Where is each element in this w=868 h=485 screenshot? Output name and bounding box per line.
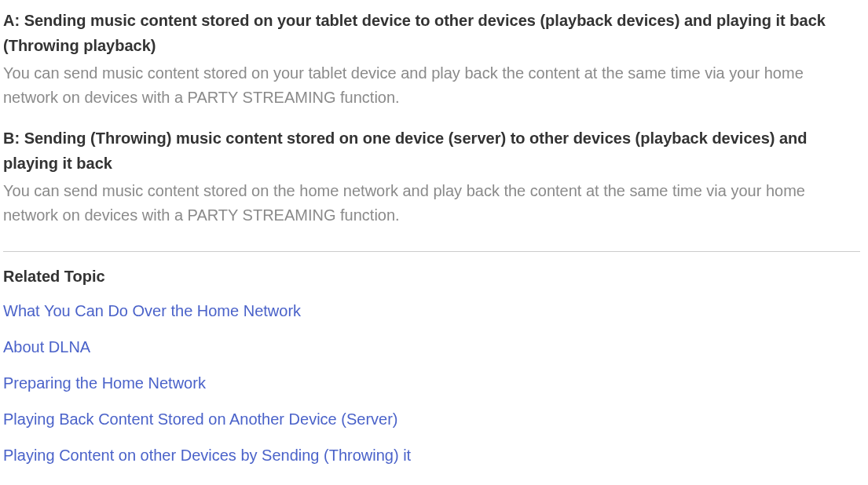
- related-link[interactable]: Playing Back Content Stored on Another D…: [3, 407, 397, 431]
- section-b-heading: B: Sending (Throwing) music content stor…: [3, 126, 860, 176]
- related-links-list: What You Can Do Over the Home Network Ab…: [3, 299, 860, 485]
- divider: [3, 251, 860, 252]
- related-link[interactable]: Preparing the Home Network: [3, 371, 206, 395]
- section-a-heading: A: Sending music content stored on your …: [3, 8, 860, 58]
- related-link[interactable]: What You Can Do Over the Home Network: [3, 299, 301, 323]
- related-link[interactable]: Playing Back Music Content on Multiple D…: [3, 480, 503, 485]
- page-container: A: Sending music content stored on your …: [0, 0, 868, 485]
- section-a-body: You can send music content stored on you…: [3, 61, 860, 110]
- section-b-body: You can send music content stored on the…: [3, 179, 860, 228]
- related-link[interactable]: Playing Content on other Devices by Send…: [3, 443, 411, 467]
- related-link[interactable]: About DLNA: [3, 335, 90, 359]
- related-topic-heading: Related Topic: [3, 264, 860, 288]
